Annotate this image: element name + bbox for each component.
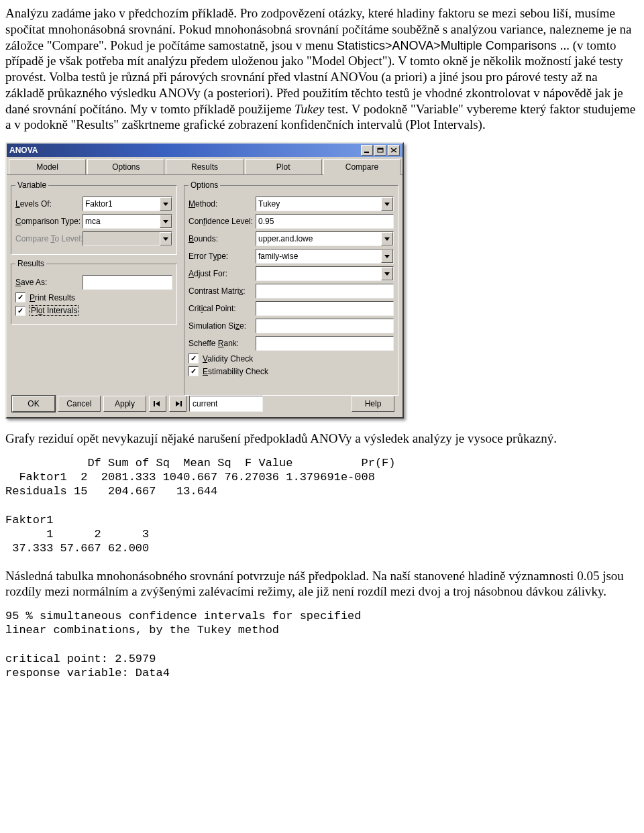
method-label: Method: [189,199,256,209]
maximize-button[interactable] [374,145,386,156]
tab-options[interactable]: Options [87,159,164,174]
comparison-type-input[interactable]: mca [83,214,172,229]
test-name: Tukey [294,102,324,116]
simulation-size-label: Simulation Size: [189,321,256,331]
svg-rect-5 [154,401,155,406]
options-legend: Options [189,180,220,190]
help-button[interactable]: Help [352,396,394,412]
dropdown-icon[interactable] [381,267,393,280]
checkbox-icon [15,292,25,302]
estimability-check-checkbox[interactable]: Estimability Check [189,366,394,376]
checkbox-icon [189,366,199,376]
results-legend: Results [15,259,46,268]
levels-of-label: Levels Of: [15,199,83,209]
print-results-label: Print Results [30,293,75,302]
anova-output-table: Df Sum of Sq Mean Sq F Value Pr(F) Fakto… [5,456,639,556]
checkbox-icon [15,306,25,316]
tab-results[interactable]: Results [166,159,243,174]
svg-rect-2 [378,148,383,150]
dropdown-icon[interactable] [160,197,172,211]
next-icon [173,400,182,407]
minimize-icon [364,148,370,153]
comparison-type-label: Comparison Type: [15,217,83,226]
tab-compare[interactable]: Compare [323,159,400,175]
save-as-input[interactable] [83,275,172,290]
dropdown-icon[interactable] [381,249,393,263]
dropdown-icon[interactable] [381,232,393,245]
checkbox-icon [189,353,199,364]
compare-to-level-input [83,231,172,246]
estimability-check-label: Estimability Check [203,367,268,376]
svg-rect-8 [180,401,182,406]
tukey-output: 95 % simultaneous confidence intervals f… [5,609,639,680]
critical-point-label: Critical Point: [189,304,256,313]
close-button[interactable] [388,145,400,156]
options-group: Options Method: Tukey Confidence Level: … [184,180,398,396]
error-type-input[interactable]: family-wise [256,249,394,264]
adjust-for-label: Adjust For: [189,269,256,278]
close-icon [390,148,397,153]
plot-intervals-checkbox[interactable]: Plot Intervals [15,305,172,316]
tab-model[interactable]: Model [9,159,86,174]
prev-icon [153,400,162,407]
tab-row: Model Options Results Plot Compare [7,157,402,175]
print-results-checkbox[interactable]: Print Results [15,292,172,302]
tab-plot[interactable]: Plot [245,159,322,174]
conclusion-paragraph: Následná tabulka mnohonásobného srovnání… [5,568,639,600]
compare-to-level-label: Compare To Level: [15,234,83,243]
contrast-matrix-input[interactable] [256,284,394,298]
bounds-input[interactable]: upper.and.lowe [256,231,394,246]
bounds-label: Bounds: [189,234,256,243]
results-group: Results Save As: Print Results Plot Inte… [11,259,177,325]
adjust-for-input[interactable] [256,266,394,281]
contrast-matrix-label: Contrast Matrix: [189,286,256,296]
titlebar-text: ANOVA [9,146,38,155]
critical-point-input[interactable] [256,301,394,316]
titlebar[interactable]: ANOVA [7,144,402,157]
cancel-button[interactable]: Cancel [58,396,101,412]
validity-check-checkbox[interactable]: Validity Check [189,353,394,364]
anova-dialog: ANOVA Model Options Results Plot Compare… [5,142,404,419]
svg-marker-6 [156,401,160,406]
error-type-label: Error Type: [189,252,256,261]
simulation-size-input[interactable] [256,319,394,333]
ok-button[interactable]: OK [12,396,55,412]
menu-path: Statistics>ANOVA>Multiple Comparisons [337,39,557,52]
maximize-icon [377,148,384,153]
intro-paragraph: Analýzu zadáme jako v předchozím příklad… [5,5,639,133]
dropdown-icon[interactable] [160,215,172,228]
confidence-level-input[interactable]: 0.95 [256,214,394,229]
variable-legend: Variable [15,180,48,190]
confidence-level-label: Confidence Level: [189,217,256,226]
dropdown-icon[interactable] [381,197,393,211]
variable-group: Variable Levels Of: Faktor1 Comparison T… [11,180,177,255]
minimize-button[interactable] [361,145,373,156]
svg-rect-0 [364,152,369,153]
scheffe-rank-input[interactable] [256,336,394,351]
method-input[interactable]: Tukey [256,197,394,211]
dropdown-icon [160,232,172,245]
scheffe-rank-label: Scheffe Rank: [189,339,256,348]
levels-of-input[interactable]: Faktor1 [83,197,172,211]
next-button[interactable] [169,396,186,412]
apply-button[interactable]: Apply [103,396,146,412]
prev-button[interactable] [149,396,166,412]
current-page-field[interactable]: current [189,396,263,412]
save-as-label: Save As: [15,278,83,287]
validity-check-label: Validity Check [203,354,253,364]
plot-intervals-label: Plot Intervals [30,305,78,316]
residual-paragraph: Grafy reziduí opět nevykazují nějaké nar… [5,431,639,447]
svg-marker-7 [176,401,180,406]
